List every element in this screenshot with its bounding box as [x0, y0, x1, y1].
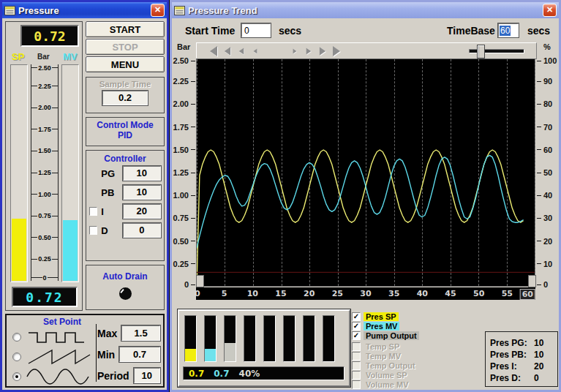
waveform-radio-sawtooth[interactable] — [12, 353, 21, 361]
trace-label: Pres SP — [364, 312, 399, 321]
param-row: Pres PB:10 — [490, 349, 553, 361]
param-row: Pres PG:10 — [490, 337, 553, 349]
setpoint-row: Min0.7 — [97, 344, 160, 365]
timebase-label: TimeBase — [447, 25, 495, 37]
trace-checkbox[interactable]: ✓ — [352, 322, 361, 331]
controller-row-field[interactable]: 10 — [123, 166, 161, 181]
setpoint-row-field[interactable]: 10 — [134, 368, 160, 383]
mini-bar — [283, 315, 295, 362]
controller-group: Controller PG10PB10I20D0 — [86, 150, 165, 261]
sample-time-field[interactable]: 0.2 — [102, 91, 148, 105]
stop-button[interactable]: STOP — [86, 39, 165, 55]
trend-plot[interactable] — [196, 59, 535, 287]
app-icon — [4, 6, 15, 15]
legend-row: ✓Pres SP — [352, 312, 419, 321]
window-title: Pressure — [18, 5, 59, 16]
sp-gauge-track[interactable] — [10, 64, 28, 282]
sawtooth-wave-icon — [26, 347, 93, 366]
controller-row-label: I — [101, 206, 118, 217]
pressure-client: 0.72 SP Bar MV 2.502.252.001.751.501.251… — [2, 18, 167, 390]
mv-gauge-track[interactable] — [61, 64, 79, 282]
setpoint-row-label: Period — [97, 370, 129, 382]
pan-right-fast-icon[interactable] — [333, 46, 340, 56]
trace-checkbox[interactable]: ✓ — [352, 312, 361, 321]
trace-checkbox[interactable]: ✓ — [352, 331, 361, 340]
start-time-input[interactable]: 0 — [241, 23, 271, 37]
gauge-scale-tick: 2.50 — [31, 64, 58, 71]
start-button[interactable]: START — [86, 21, 165, 37]
auto-drain-group: Auto Drain — [86, 265, 165, 310]
menu-button[interactable]: MENU — [86, 56, 165, 72]
trace-checkbox[interactable] — [352, 342, 361, 351]
waveform-radio-square[interactable] — [12, 333, 21, 342]
timebase-input[interactable]: 60 — [498, 23, 519, 37]
param-value: 0 — [534, 372, 554, 384]
setpoint-row-field[interactable]: 1.5 — [121, 325, 160, 341]
x-axis-strip: 051015202530354045505560 — [196, 287, 535, 300]
axis-tick: 2.00 — [173, 100, 195, 108]
control-mode-group[interactable]: Control Mode PID — [86, 117, 165, 146]
auto-drain-knob[interactable] — [119, 287, 132, 300]
setpoint-row-field[interactable]: 0.7 — [119, 347, 160, 362]
axis-tick: 1.75 — [173, 124, 195, 131]
trace-checkbox[interactable] — [352, 380, 361, 389]
trend-titlebar[interactable]: Pressure Trend ✕ — [172, 2, 559, 18]
plot-corner-left — [196, 275, 204, 287]
axis-tick: 100 — [537, 57, 557, 64]
param-row: Pres D:0 — [490, 372, 553, 384]
axis-tick: 2.25 — [173, 78, 195, 85]
waveform-radio-sine[interactable] — [12, 372, 21, 381]
param-label: Pres D: — [490, 372, 534, 384]
controller-checkbox[interactable] — [89, 226, 97, 235]
bar-unit-label: Bar — [37, 53, 50, 61]
nudge-left-icon[interactable] — [254, 48, 257, 53]
close-icon[interactable]: ✕ — [543, 4, 557, 17]
x-axis-label: 25 — [332, 289, 343, 298]
mini-bar — [184, 315, 197, 362]
controller-row-field[interactable]: 20 — [123, 204, 161, 219]
step-right-icon[interactable] — [306, 48, 312, 54]
close-icon[interactable]: ✕ — [151, 4, 165, 17]
axis-tick: 0.25 — [173, 260, 195, 268]
nudge-right-icon[interactable] — [293, 48, 297, 53]
trace-checkbox[interactable] — [352, 371, 361, 380]
set-point-group: Set Point Max1.5Min0.7Period10 — [5, 314, 165, 388]
param-label: Pres PB: — [490, 349, 534, 361]
trend-series-svg — [197, 59, 535, 286]
zoom-slider-thumb[interactable] — [477, 45, 485, 59]
pressure-params-box: Pres PG:10Pres PB:10Pres I:20Pres D:0 — [485, 331, 558, 387]
axis-tick: 0 — [184, 281, 195, 288]
controller-row-field[interactable]: 10 — [123, 185, 161, 200]
controller-row-field[interactable]: 0 — [123, 223, 161, 238]
trend-client: Start Time 0 secs TimeBase 60 secs Bar % — [172, 18, 559, 390]
pan-left-icon[interactable] — [225, 47, 230, 55]
mini-bar-fill — [225, 343, 236, 361]
gauge-scale: 2.502.252.001.751.501.251.000.750.500.25… — [31, 64, 59, 281]
plot-corner-right — [528, 275, 536, 287]
pressure-titlebar[interactable]: Pressure ✕ — [2, 2, 167, 18]
param-label: Pres PG: — [490, 337, 534, 349]
step-left-icon[interactable] — [239, 48, 244, 54]
control-mode-label: Control Mode — [86, 120, 164, 130]
zoom-slider-track[interactable] — [469, 49, 524, 53]
controller-checkbox[interactable] — [89, 207, 97, 216]
pan-right-icon[interactable] — [320, 47, 325, 55]
pan-left-fast-icon[interactable] — [210, 46, 217, 56]
axis-tick: 30 — [537, 214, 552, 222]
trace-legend: ✓Pres SP✓Pres MV✓Pump OutputTemp SPTemp … — [352, 312, 419, 390]
legend-row: Temp MV — [352, 352, 419, 361]
setpoint-divider — [96, 324, 97, 382]
pressure-window: Pressure ✕ 0.72 SP Bar MV 2.502.252.001.… — [0, 0, 169, 392]
x-axis-label: 10 — [247, 289, 258, 298]
trace-checkbox[interactable] — [352, 361, 361, 370]
mv-gauge-fill — [63, 220, 78, 281]
controller-row: D0 — [89, 221, 161, 240]
sample-time-label: Sample Time — [86, 80, 164, 88]
trace-label: Temp SP — [364, 342, 402, 351]
legend-row: Volume MV — [352, 380, 419, 389]
x-axis-label: 50 — [473, 289, 484, 298]
trace-checkbox[interactable] — [352, 352, 361, 361]
trace-label: Temp Output — [364, 361, 418, 370]
readout-value: 40% — [239, 369, 260, 379]
setpoint-row-label: Min — [97, 349, 115, 361]
